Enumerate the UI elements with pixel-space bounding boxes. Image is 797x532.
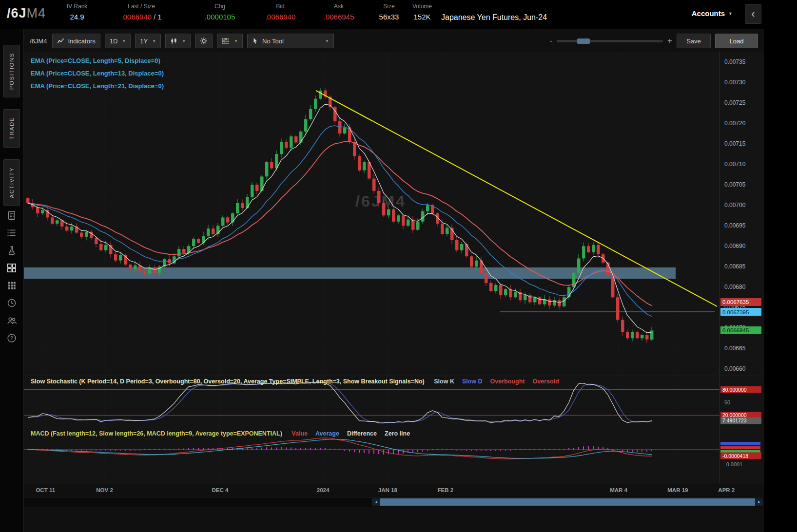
zoom-in-button[interactable]: + — [667, 36, 672, 46]
chart-layout-dropdown[interactable]: ▼ — [217, 34, 243, 48]
svg-text:0.00680: 0.00680 — [724, 284, 746, 290]
sidebar-tab-activity[interactable]: ACTIVITY — [3, 159, 20, 206]
time-axis-label: 2024 — [317, 487, 330, 493]
scrollbar-thumb[interactable]: ◄ ► — [372, 498, 763, 506]
apps-grid-icon[interactable] — [7, 281, 17, 290]
chevron-down-icon: ▼ — [182, 39, 186, 43]
macd-legend-average[interactable]: Average — [315, 430, 339, 437]
stochastic-legend: Slow KSlow DOverboughtOversold — [426, 378, 559, 385]
ask-value: .0066945 — [315, 13, 363, 21]
sidebar-tab-label: ACTIVITY — [9, 167, 15, 198]
stoch-legend-slow-d[interactable]: Slow D — [462, 378, 483, 385]
history-clock-icon[interactable] — [7, 298, 17, 308]
svg-text:0.00725: 0.00725 — [724, 99, 746, 106]
left-sidebar: POSITIONS TRADE ACTIVITY ? — [0, 29, 23, 532]
accounts-dropdown[interactable]: Accounts ▼ — [692, 9, 733, 18]
sidebar-tab-trade[interactable]: TRADE — [3, 109, 20, 147]
macd-study-label[interactable]: MACD (Fast length=12, Slow length=26, MA… — [31, 430, 282, 437]
quote-field-ask: Ask .0066945 — [315, 3, 363, 21]
gear-icon — [200, 37, 208, 45]
chevron-down-icon: ▼ — [234, 39, 238, 43]
stochastic-study-label[interactable]: Slow Stochastic (K Period=14, D Period=3… — [31, 378, 425, 385]
chart-symbol-label: /6JM4 — [30, 38, 47, 45]
time-axis-label: MAR 4 — [610, 487, 627, 493]
watchlist-icon[interactable] — [7, 228, 17, 238]
price-chart-canvas[interactable]: /6JM40.007350.007300.007250.007200.00715… — [24, 52, 764, 375]
macd-panel[interactable]: MACD (Fast length=12, Slow length=26, MA… — [24, 428, 764, 483]
svg-text:0.00685: 0.00685 — [724, 263, 746, 270]
timeframe-value: 1D — [110, 38, 118, 45]
macd-legend-zero-line[interactable]: Zero line — [385, 430, 410, 437]
chart-type-dropdown[interactable]: ▼ — [165, 34, 191, 48]
chart-gadget: /6JM4 Indicators 1D ▼ 1Y ▼ ▼ ▼ No Tool ▼ — [23, 29, 764, 532]
bid-value: .0066940 — [256, 13, 304, 21]
svg-text:0.00660: 0.00660 — [724, 365, 746, 372]
svg-text:0.00720: 0.00720 — [724, 120, 746, 127]
sidebar-tab-label: POSITIONS — [9, 53, 15, 90]
chevron-down-icon: ▼ — [325, 39, 329, 43]
macd-legend: ValueAverageDifferenceZero line — [284, 430, 410, 437]
indicators-button[interactable]: Indicators — [52, 34, 100, 48]
symbol-title: /6JM4 — [7, 6, 46, 21]
macd-legend-difference[interactable]: Difference — [347, 430, 377, 437]
time-axis-label: NOV 2 — [96, 487, 113, 493]
ema5-study-label[interactable]: EMA (Price=CLOSE, Length=5, Displace=0) — [31, 55, 164, 67]
ema21-study-label[interactable]: EMA (Price=CLOSE, Length=21, Displace=0) — [31, 80, 164, 93]
study-legend-main: EMA (Price=CLOSE, Length=5, Displace=0) … — [31, 55, 164, 93]
accounts-label: Accounts — [692, 9, 725, 18]
chart-grid-icon[interactable] — [7, 263, 17, 273]
field-label: Last / Size — [105, 3, 178, 10]
field-label: Bid — [256, 3, 304, 10]
flask-icon[interactable] — [7, 246, 17, 255]
calculator-icon[interactable] — [7, 210, 17, 220]
drawing-tool-dropdown[interactable]: No Tool ▼ — [247, 34, 334, 48]
people-icon[interactable] — [7, 316, 17, 325]
quote-field-volume: Volume 152K — [408, 3, 437, 21]
indicators-label: Indicators — [68, 38, 95, 45]
sidebar-icon-rail: ? — [0, 210, 23, 343]
save-button[interactable]: Save — [677, 34, 711, 48]
iv-rank-value: 24.9 — [58, 13, 97, 21]
quote-field-chg: Chg .0000105 — [196, 3, 244, 21]
field-label: Size — [373, 3, 405, 10]
timeframe-dropdown[interactable]: 1D ▼ — [105, 34, 131, 48]
scrollbar-right-arrow[interactable]: ► — [755, 498, 763, 506]
svg-text:/6JM4: /6JM4 — [355, 192, 406, 210]
sidebar-tab-positions[interactable]: POSITIONS — [3, 45, 20, 97]
indicators-icon — [57, 38, 64, 45]
zoom-slider-thumb[interactable] — [577, 38, 590, 44]
field-label: Chg — [196, 3, 244, 10]
chart-settings-button[interactable] — [195, 34, 213, 48]
ema13-study-label[interactable]: EMA (Price=CLOSE, Length=13, Displace=0) — [31, 67, 164, 80]
scrollbar-left-arrow[interactable]: ◄ — [372, 498, 380, 506]
chevron-down-icon: ▼ — [152, 39, 156, 43]
quote-field-iv-rank: IV Rank 24.9 — [58, 3, 97, 21]
svg-text:0.00715: 0.00715 — [724, 140, 746, 147]
range-dropdown[interactable]: 1Y ▼ — [135, 34, 161, 48]
chart-scrollbar[interactable]: ◄ ► — [24, 497, 764, 507]
save-label: Save — [686, 38, 701, 45]
svg-text:0.00705: 0.00705 — [724, 181, 746, 188]
svg-text:0.0066945: 0.0066945 — [722, 327, 749, 333]
time-axis-label: FEB 2 — [437, 487, 453, 493]
stochastic-panel[interactable]: Slow Stochastic (K Period=14, D Period=3… — [24, 376, 764, 428]
stoch-legend-slow-k[interactable]: Slow K — [434, 378, 454, 385]
grid-layout-icon — [222, 37, 230, 45]
cursor-icon — [252, 38, 259, 44]
svg-text:-0.0001: -0.0001 — [724, 461, 742, 467]
svg-text:7.4901723: 7.4901723 — [722, 418, 747, 423]
macd-legend-value[interactable]: Value — [292, 430, 308, 437]
stochastic-header: Slow Stochastic (K Period=14, D Period=3… — [31, 378, 559, 385]
main-chart[interactable]: EMA (Price=CLOSE, Length=5, Displace=0) … — [24, 52, 764, 375]
zoom-control: - + — [549, 36, 672, 46]
stoch-legend-oversold[interactable]: Oversold — [532, 378, 559, 385]
load-label: Load — [730, 38, 744, 45]
collapse-panel-button[interactable]: ‹ — [745, 4, 761, 24]
help-icon[interactable]: ? — [7, 333, 17, 343]
svg-text:0.00695: 0.00695 — [724, 222, 746, 229]
stoch-legend-overbought[interactable]: Overbought — [490, 378, 525, 385]
load-button[interactable]: Load — [715, 34, 758, 48]
quote-field-last-size: Last / Size .0066940 / 1 — [105, 3, 178, 21]
zoom-out-button[interactable]: - — [549, 36, 552, 46]
zoom-slider-track[interactable] — [557, 40, 663, 42]
